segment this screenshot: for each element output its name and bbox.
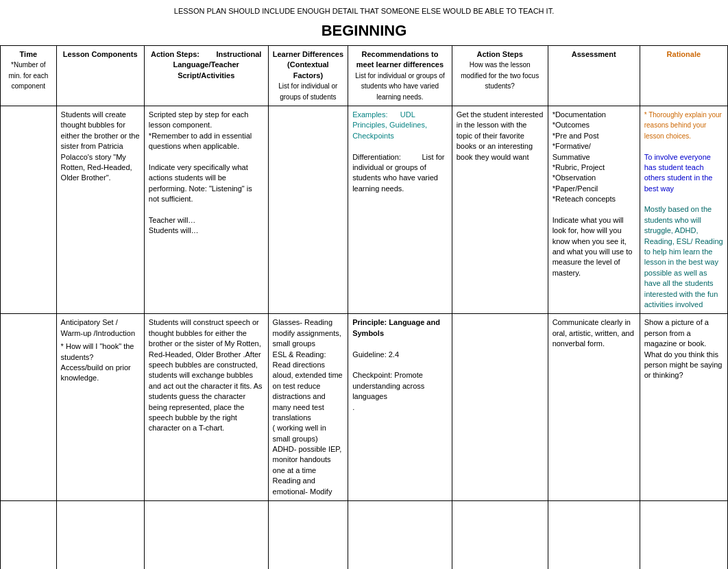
cell-rec-1: Examples: UDL Principles, Guidelines, Ch… xyxy=(348,106,452,313)
top-instruction: LESSON PLAN SHOULD INCLUDE ENOUGH DETAIL… xyxy=(0,0,728,18)
cell-empty-6 xyxy=(452,501,548,569)
header-assessment: Assessment xyxy=(548,46,640,106)
header-action-steps: Action Steps: Instructional Language/Tea… xyxy=(144,46,268,106)
cell-assess-2: Communicate clearly in oral, artistic, w… xyxy=(548,314,640,501)
header-rationale: Rationale xyxy=(640,46,727,106)
table-row-empty xyxy=(1,501,728,569)
cell-assess-1: *Documentation *Outcomes *Pre and Post *… xyxy=(548,106,640,313)
section-title: BEGINNING xyxy=(0,18,728,45)
cell-empty-3 xyxy=(144,501,268,569)
cell-lesson-2: Anticipatory Set / Warm-up /Introduction… xyxy=(56,314,144,501)
header-lesson: Lesson Components xyxy=(56,46,144,106)
header-row: Time *Number of min. for each component … xyxy=(1,46,728,106)
cell-time-1 xyxy=(1,106,57,313)
table-row: Anticipatory Set / Warm-up /Introduction… xyxy=(1,314,728,501)
cell-empty-1 xyxy=(1,501,57,569)
cell-rationale-2: Show a picture of a person from a magazi… xyxy=(640,314,727,501)
header-time: Time *Number of min. for each component xyxy=(1,46,57,106)
cell-action2-2 xyxy=(452,314,548,501)
cell-empty-2 xyxy=(56,501,144,569)
header-learner: Learner Differences (Contextual Factors)… xyxy=(268,46,348,106)
cell-empty-5 xyxy=(348,501,452,569)
cell-rec-2: Principle: Language and Symbols Guidelin… xyxy=(348,314,452,501)
cell-learner-2: Glasses- Reading modify assignments, sma… xyxy=(268,314,348,501)
cell-rationale-1: * Thoroughly explain your reasons behind… xyxy=(640,106,727,313)
cell-empty-7 xyxy=(548,501,640,569)
cell-lesson-1: Students will create thought bubbles for… xyxy=(56,106,144,313)
cell-time-2 xyxy=(1,314,57,501)
cell-empty-4 xyxy=(268,501,348,569)
header-rec: Recommendations to meet learner differen… xyxy=(348,46,452,106)
cell-action2-1: Get the student interested in the lesson… xyxy=(452,106,548,313)
cell-action-2: Students will construct speech or though… xyxy=(144,314,268,501)
header-action2: Action Steps How was the lesson modified… xyxy=(452,46,548,106)
cell-action-1: Scripted step by step for each lesson co… xyxy=(144,106,268,313)
cell-learner-1 xyxy=(268,106,348,313)
cell-empty-8 xyxy=(640,501,727,569)
table-row: Students will create thought bubbles for… xyxy=(1,106,728,313)
